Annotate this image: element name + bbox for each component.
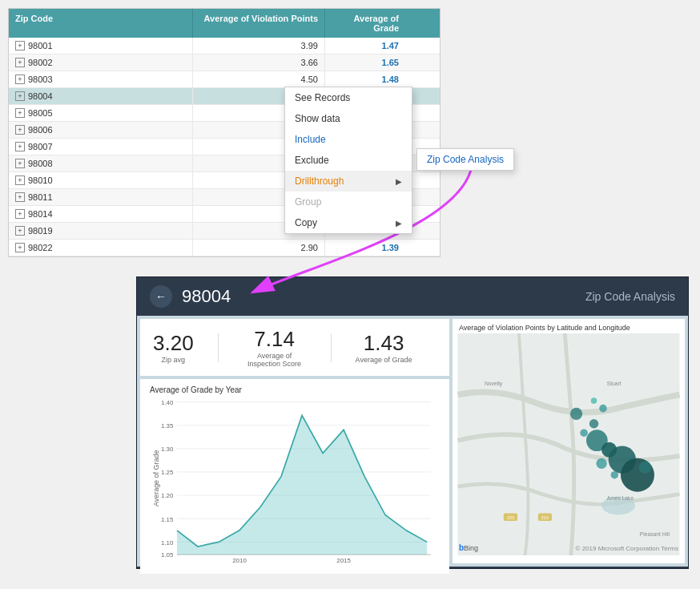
expand-icon[interactable]: + [15,58,25,67]
drillthrough-header: ← 98004 Zip Code Analysis [137,277,688,316]
drillthrough-page: ← 98004 Zip Code Analysis 3.20 Zip avg 7… [136,276,689,569]
menu-item-include[interactable]: Include [285,129,412,150]
header-grade: Average of Grade [325,9,405,38]
zipcode-value: 98008 [28,159,53,168]
expand-icon[interactable]: + [15,159,25,168]
cell-zipcode: + 98022 [9,240,193,256]
svg-point-39 [611,471,619,479]
zipcode-value: 98003 [28,75,53,84]
svg-text:2015: 2015 [336,557,351,563]
svg-point-34 [580,429,588,437]
table-header: Zip Code Average of Violation Points Ave… [9,9,440,38]
chart-svg: Average of Grade 1.40 1.35 1.30 1.2 [150,397,440,563]
table-row[interactable]: + 98002 3.66 1.65 [9,54,440,71]
expand-icon[interactable]: + [15,108,25,118]
svg-text:Novelty: Novelty [485,381,503,387]
svg-point-41 [599,405,607,413]
stat-zip-avg: 3.20 Zip avg [153,331,194,364]
header-zipcode: Zip Code [9,9,193,38]
cell-violation: 4.50 [193,71,325,87]
svg-text:1.05: 1.05 [161,551,174,559]
expand-icon[interactable]: + [15,226,25,236]
bing-copyright: © 2019 Microsoft Corporation Terms [576,545,678,552]
drillthrough-header-left: ← 98004 [150,285,231,308]
table-row[interactable]: + 98022 2.90 1.39 [9,240,440,256]
stat-zip-avg-value: 3.20 [153,331,194,356]
svg-point-32 [570,408,582,420]
zipcode-value: 98019 [28,226,53,236]
cell-zipcode: + 98019 [9,223,193,239]
menu-item-group: Group [285,192,412,212]
zipcode-value: 98005 [28,108,53,118]
expand-icon[interactable]: + [15,41,25,50]
stat-grade: 1.43 Average of Grade [356,331,412,364]
expand-icon[interactable]: + [15,142,25,151]
cell-zipcode: + 98002 [9,54,193,71]
cell-zipcode: + 98008 [9,155,193,171]
stat-grade-value: 1.43 [364,331,404,356]
drillthrough-content: 3.20 Zip avg 7.14 Average of Inspection … [137,316,688,567]
svg-text:1.15: 1.15 [161,516,174,523]
expand-icon[interactable]: + [15,91,25,101]
svg-text:1.30: 1.30 [161,446,174,453]
table-row[interactable]: + 98003 4.50 1.48 [9,71,440,88]
menu-item-see-records[interactable]: See Records [285,87,412,108]
svg-text:1.25: 1.25 [161,469,174,476]
table-row[interactable]: + 98001 3.99 1.47 [9,38,440,54]
svg-text:203: 203 [507,515,515,520]
drillthrough-page-title: Zip Code Analysis [585,290,675,303]
stat-grade-label: Average of Grade [356,356,412,364]
expand-icon[interactable]: + [15,209,25,219]
stat-zip-avg-label: Zip avg [162,356,186,364]
stat-divider-2 [331,333,332,362]
menu-item-show-data[interactable]: Show data [285,108,412,129]
zipcode-value: 98006 [28,125,53,135]
expand-icon[interactable]: + [15,192,25,202]
menu-item-exclude[interactable]: Exclude [285,150,412,171]
svg-text:Average of Grade: Average of Grade [152,450,160,507]
bing-logo: bBing [459,543,478,552]
stats-row: 3.20 Zip avg 7.14 Average of Inspection … [140,319,449,376]
svg-text:Pleasant Hill: Pleasant Hill [640,531,670,537]
svg-text:Ames Lake: Ames Lake [607,495,634,501]
cell-violation: 2.90 [193,240,325,256]
cell-zipcode: + 98011 [9,189,193,205]
svg-point-43 [639,462,651,474]
grade-by-year-chart: Average of Grade by Year Average of Grad… [140,379,449,574]
cell-grade: 1.48 [325,71,405,87]
chart-area-fill [177,415,427,555]
header-violation: Average of Violation Points [193,9,325,38]
svg-text:1.40: 1.40 [161,399,174,406]
cell-zipcode: + 98007 [9,139,193,155]
back-button[interactable]: ← [150,285,172,308]
cell-zipcode: + 98014 [9,206,193,222]
zipcode-value: 98007 [28,142,53,151]
drillthrough-arrow-icon: ▶ [396,177,402,186]
menu-item-copy[interactable]: Copy ▶ [285,212,412,233]
chart-title: Average of Grade by Year [150,385,440,394]
expand-icon[interactable]: + [15,243,25,252]
svg-text:2010: 2010 [232,557,247,563]
map-area: Novelty Stuart Ames Lake Pleasant Hill 2… [453,333,685,555]
expand-icon[interactable]: + [15,75,25,84]
chart-area: Average of Grade 1.40 1.35 1.30 1.2 [150,397,440,563]
cell-zipcode: + 98010 [9,172,193,188]
svg-point-40 [591,397,597,404]
cell-grade: 1.39 [325,240,405,256]
stat-inspection-value: 7.14 [254,327,295,352]
drillthrough-zip-title: 98004 [182,286,231,307]
copy-arrow-icon: ▶ [396,219,402,228]
zipcode-value: 98004 [28,91,53,101]
expand-icon[interactable]: + [15,175,25,185]
zipcode-value: 98010 [28,175,53,185]
stat-inspection: 7.14 Average of Inspection Score [243,327,307,368]
svg-point-33 [589,419,598,428]
menu-item-drillthrough[interactable]: Drillthrough ▶ [285,171,412,192]
zipcode-value: 98022 [28,243,53,252]
zipcode-value: 98014 [28,209,53,219]
drillthrough-popup[interactable]: Zip Code Analysis [416,148,514,171]
svg-point-38 [596,458,606,469]
cell-zipcode: + 98001 [9,38,193,54]
expand-icon[interactable]: + [15,125,25,135]
cell-grade: 1.47 [325,38,405,54]
